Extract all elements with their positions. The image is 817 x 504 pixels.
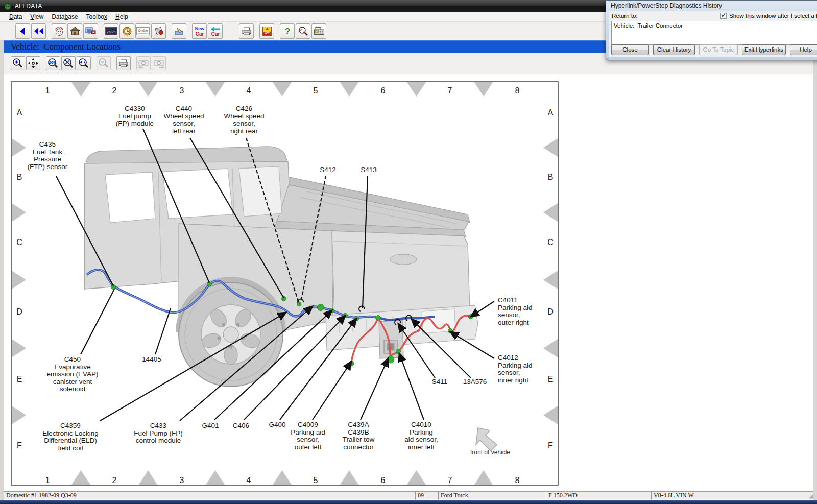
- svg-text:6: 6: [381, 86, 386, 95]
- previous-car-button[interactable]: Car: [208, 23, 223, 39]
- menu-view[interactable]: View: [26, 12, 47, 21]
- label-c406: C406: [233, 422, 249, 429]
- zoom-100-icon: 100%: [46, 58, 60, 69]
- label-s412: S412: [320, 166, 336, 174]
- svg-text:1: 1: [45, 86, 50, 95]
- return-to-label: Return to:: [612, 13, 638, 19]
- zoom-100-button[interactable]: 100%: [46, 56, 60, 70]
- exit-hyperlinks-button[interactable]: Exit Hyperlinks: [742, 44, 786, 55]
- svg-text:8: 8: [515, 476, 520, 485]
- zoom-out-button[interactable]: [97, 56, 111, 70]
- status-year: 09: [415, 491, 438, 500]
- search-button[interactable]: A Z: [296, 23, 310, 39]
- menu-database[interactable]: Database: [47, 12, 82, 21]
- hot-stamp-icon: HOT: [262, 26, 272, 36]
- zoom-in-button[interactable]: [11, 56, 25, 70]
- zoom-fit-icon: [62, 58, 75, 69]
- home-button[interactable]: [67, 23, 82, 39]
- svg-text:A: A: [548, 108, 554, 117]
- svg-text:4: 4: [247, 476, 251, 485]
- topic-title: Vehicle: Component Locations: [11, 42, 121, 52]
- pan-arrows-icon: [27, 58, 39, 69]
- figure-svg: 12 34 56 78 12 34 56 78 AB CD EF AB CD E…: [4, 74, 813, 491]
- svg-text:7521: 7521: [106, 29, 116, 34]
- hyperlink-history-dialog: Hyperlink/PowerStep Diagnostics History …: [606, 0, 817, 60]
- svg-text:A: A: [300, 28, 302, 31]
- printer-icon: [118, 59, 129, 68]
- label-s413: S413: [361, 166, 377, 174]
- history-item[interactable]: Vehicle: Trailer Connector: [612, 21, 817, 30]
- online-button[interactable]: Online: [135, 23, 150, 39]
- svg-text:5: 5: [314, 86, 318, 95]
- svg-text:2: 2: [112, 86, 117, 95]
- dialog-buttons: Close Clear History Go To Topic Exit Hyp…: [611, 44, 817, 55]
- history-back-button[interactable]: [31, 23, 46, 39]
- zoom-fit-button[interactable]: [61, 56, 76, 70]
- hot-topics-button[interactable]: HOT: [259, 23, 274, 39]
- home-icon: [70, 27, 80, 36]
- svg-text:F: F: [17, 441, 22, 450]
- help-button-dialog[interactable]: Help: [790, 44, 817, 55]
- window-bottom-border: [0, 500, 817, 504]
- svg-text:3: 3: [180, 86, 184, 95]
- status-engine: V8-4.6L VIN W: [651, 491, 813, 500]
- menu-data[interactable]: Data: [5, 12, 26, 21]
- svg-text:E: E: [548, 375, 554, 383]
- next-image-button[interactable]: [152, 56, 166, 70]
- question-mark-icon: ?: [283, 26, 292, 36]
- alldata-app-icon: [4, 2, 12, 10]
- close-button[interactable]: Close: [611, 44, 649, 55]
- svg-text:A: A: [17, 108, 22, 117]
- fax-icon: [314, 27, 325, 36]
- show-window-checkbox[interactable]: ✓: [720, 13, 727, 19]
- search-az-icon: A Z: [298, 26, 309, 36]
- previous-image-button[interactable]: [136, 56, 151, 70]
- pan-button[interactable]: [26, 56, 40, 70]
- svg-text:4: 4: [247, 86, 251, 95]
- svg-text:8: 8: [515, 86, 520, 95]
- print-button[interactable]: [239, 23, 254, 39]
- svg-text:1: 1: [45, 476, 50, 485]
- labor-time-button[interactable]: [119, 23, 134, 39]
- svg-text:E: E: [17, 375, 22, 383]
- clock-gear-icon: [122, 26, 132, 36]
- svg-text:New: New: [195, 26, 205, 31]
- camera-next-icon: [152, 58, 165, 69]
- new-car-icon: New Car: [193, 26, 206, 37]
- help-button[interactable]: ?: [280, 23, 295, 39]
- menu-toolbox[interactable]: Toolbox: [82, 12, 111, 21]
- resize-grip[interactable]: ◢: [809, 492, 813, 500]
- online-icon: Online: [136, 27, 150, 35]
- svg-text:D: D: [16, 307, 22, 316]
- new-car-button[interactable]: New Car: [192, 23, 207, 39]
- svg-text:2: 2: [112, 476, 117, 485]
- svg-text:Car: Car: [195, 31, 204, 37]
- menu-help[interactable]: Help: [111, 12, 132, 21]
- zoom-width-button[interactable]: [77, 56, 91, 70]
- svg-text:HOT: HOT: [265, 32, 270, 35]
- clear-history-button[interactable]: Clear History: [653, 44, 695, 55]
- contact-button[interactable]: [52, 23, 66, 39]
- parts-book-icon: [154, 27, 164, 36]
- printer-icon: [242, 27, 252, 36]
- back-button[interactable]: [15, 23, 30, 39]
- go-to-topic-button[interactable]: Go To Topic: [699, 44, 738, 55]
- svg-text:C: C: [547, 238, 554, 247]
- fax-button[interactable]: [311, 23, 326, 39]
- status-bar: Domestic #1 1982-09 Q3-09 09 Ford Truck …: [4, 491, 813, 500]
- show-window-option[interactable]: ✓ Show this window after I select a hype…: [720, 13, 817, 19]
- svg-text:7: 7: [448, 476, 452, 485]
- history-listbox[interactable]: Vehicle: Trailer Connector: [611, 21, 817, 45]
- svg-text:C: C: [16, 238, 22, 247]
- label-s411: S411: [432, 378, 448, 386]
- label-13a576: 13A576: [463, 378, 487, 386]
- car-return-icon: Car: [209, 26, 222, 37]
- status-model: F 150 2WD: [546, 491, 651, 500]
- diagnostics-button[interactable]: [83, 23, 98, 39]
- print-image-button[interactable]: [116, 56, 131, 70]
- notes-button[interactable]: [172, 23, 186, 39]
- svg-text:5: 5: [314, 476, 318, 485]
- calculator-button[interactable]: 7521: [104, 23, 118, 39]
- parts-catalog-button[interactable]: [151, 23, 166, 39]
- monitor-camera-icon: [85, 27, 97, 36]
